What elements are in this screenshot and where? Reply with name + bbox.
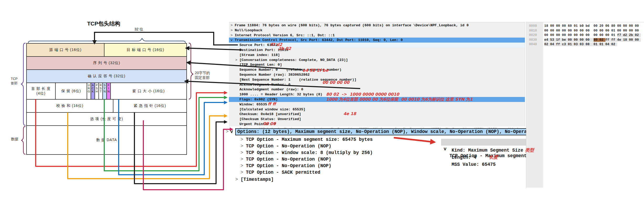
hex-bytes[interactable]: 02 04 ff c3 01 03 03 08 01 01 04 02 xyxy=(544,42,617,47)
hex-byte[interactable]: 02 xyxy=(635,33,641,37)
chevron-right-icon[interactable]: > xyxy=(235,58,237,63)
hex-byte[interactable]: 01 xyxy=(599,43,605,46)
hex-byte[interactable]: 00 xyxy=(568,38,574,42)
options-collapsed-chevron[interactable]: > xyxy=(226,128,229,135)
chevron-right-icon[interactable]: > xyxy=(240,137,243,142)
hex-byte[interactable]: 80 xyxy=(594,38,600,42)
hex-byte[interactable]: b9 xyxy=(580,24,586,28)
hex-byte[interactable]: 00 xyxy=(580,33,586,37)
tcp-option-row[interactable]: >TCP Option - No-Operation (NOP) xyxy=(240,143,331,150)
hex-byte[interactable]: 00 xyxy=(550,24,556,28)
hex-byte[interactable]: 04 xyxy=(605,43,611,46)
hex-byte[interactable]: 00 xyxy=(594,33,600,37)
tree-row[interactable]: [Calculated window size: 65535] xyxy=(229,107,525,112)
hex-dump-pane[interactable]: 000018 00 00 00 60 01 b9 bd 00 20 06 80 … xyxy=(526,22,644,188)
hex-byte[interactable]: 00 xyxy=(562,24,568,28)
hex-byte[interactable]: 18 xyxy=(623,38,629,42)
tree-row[interactable]: >Null/Loopback xyxy=(229,28,525,33)
hex-byte[interactable]: 00 xyxy=(635,29,641,33)
hex-byte[interactable]: 60 xyxy=(568,24,574,28)
hex-bytes[interactable]: e4 53 1f be 00 00 00 00 80 02 ff ff 4e 1… xyxy=(544,38,641,42)
hex-bytes[interactable]: 00 00 00 00 00 00 00 00 00 00 00 01 00 0… xyxy=(544,28,641,33)
hex-byte[interactable]: 18 xyxy=(544,24,550,28)
tree-row[interactable]: Sequence Number: 0 (relative sequence nu… xyxy=(229,67,525,72)
hex-byte[interactable]: 08 xyxy=(586,43,592,46)
hex-byte[interactable]: 01 xyxy=(594,43,600,46)
hex-byte[interactable]: c3 xyxy=(562,43,568,46)
hex-byte[interactable]: 00 xyxy=(562,29,568,33)
hex-byte[interactable]: 00 xyxy=(556,29,562,33)
hex-row[interactable]: 002000 00 00 00 00 00 00 00 00 00 00 01 … xyxy=(526,33,644,38)
hex-byte[interactable]: 02 xyxy=(544,43,550,46)
chevron-right-icon[interactable]: > xyxy=(240,170,243,175)
chevron-right-icon[interactable]: > xyxy=(231,33,233,38)
hex-byte[interactable]: 00 xyxy=(574,33,580,37)
detail-expand-chevron[interactable]: v xyxy=(444,146,447,152)
hex-byte[interactable]: 00 xyxy=(629,29,635,33)
hex-byte[interactable]: 00 xyxy=(635,24,641,28)
tree-row[interactable]: Flags: 0x002 (SYN)1000 为4位首部 0000 00 为6位… xyxy=(229,97,525,102)
tree-row[interactable]: vTransmission Control Protocol, Src Port… xyxy=(229,38,525,43)
hex-byte[interactable]: 00 xyxy=(574,29,580,33)
hex-byte[interactable]: 00 xyxy=(605,33,611,37)
tree-row[interactable]: Window: 65535ff ff xyxy=(229,102,525,107)
hex-byte[interactable]: 00 xyxy=(605,29,611,33)
tree-row[interactable]: Destination Port: 110102b 02 xyxy=(229,48,525,53)
tcp-option-row[interactable]: >TCP Option - No-Operation (NOP) xyxy=(240,163,331,169)
hex-byte[interactable]: 00 xyxy=(599,33,605,37)
hex-byte[interactable]: 00 xyxy=(586,29,592,33)
tcp-option-row[interactable]: >TCP Option - Maximum segment size: 6547… xyxy=(240,136,373,143)
tree-row[interactable]: 1000 .... = Header Length: 32 bytes (8)8… xyxy=(229,92,525,97)
hex-row[interactable]: 0030e4 53 1f be 00 00 00 00 80 02 ff ff … xyxy=(526,38,644,42)
tree-row[interactable]: >Internet Protocol Version 6, Src: ::1, … xyxy=(229,33,525,38)
chevron-right-icon[interactable]: > xyxy=(231,28,233,33)
hex-byte[interactable]: 4e xyxy=(617,38,623,42)
hex-byte[interactable]: 00 xyxy=(580,38,586,42)
hex-byte[interactable]: 00 xyxy=(550,29,556,33)
tree-row[interactable]: Urgent Pointer: 000 00 xyxy=(229,122,525,127)
hex-byte[interactable]: 00 xyxy=(550,33,556,37)
hex-row[interactable]: 000018 00 00 00 60 01 b9 bd 00 20 06 80 … xyxy=(526,24,644,28)
tree-row[interactable]: >Frame 11884: 76 bytes on wire (608 bits… xyxy=(229,23,525,28)
detail-row[interactable]: Kind: Maximum Segment Size (2) xyxy=(452,147,534,154)
hex-byte[interactable]: 00 xyxy=(580,29,586,33)
tree-row[interactable]: [Next Sequence Number: 1 (relative seque… xyxy=(229,77,525,82)
hex-bytes[interactable]: 00 00 00 00 00 00 00 00 00 00 00 01 f7 d… xyxy=(544,33,641,38)
hex-byte[interactable]: 03 xyxy=(574,43,580,46)
hex-byte[interactable]: 00 xyxy=(623,29,629,33)
hex-byte[interactable]: 00 xyxy=(617,24,623,28)
hex-byte[interactable]: f7 xyxy=(617,33,623,37)
detail-row[interactable]: Length: 4 xyxy=(452,154,477,161)
tree-row[interactable]: Source Port: 63442f7 d2 xyxy=(229,43,525,48)
tcp-option-row[interactable]: >TCP Option - Window scale: 8 (multiply … xyxy=(240,150,373,156)
hex-byte[interactable]: 00 xyxy=(544,29,550,33)
tree-row[interactable]: Checksum: 0x4e18 [unverified]4e 18 xyxy=(229,112,525,117)
hex-byte[interactable]: 00 xyxy=(562,33,568,37)
hex-byte[interactable]: 20 xyxy=(599,24,605,28)
hex-row[interactable]: 001000 00 00 00 00 00 00 00 00 00 00 01 … xyxy=(526,28,644,33)
options-expand-chevron[interactable]: v xyxy=(230,128,233,135)
hex-byte[interactable]: be xyxy=(562,38,568,42)
hex-byte[interactable]: 06 xyxy=(605,24,611,28)
hex-byte[interactable]: 2b xyxy=(629,33,635,37)
tree-row[interactable]: [TCP Segment Len: 0] xyxy=(229,62,525,67)
chevron-right-icon[interactable]: > xyxy=(240,163,243,168)
hex-byte[interactable]: 00 xyxy=(586,33,592,37)
hex-byte[interactable]: 04 xyxy=(550,43,556,46)
tcp-option-row[interactable]: >TCP Option - SACK permitted xyxy=(240,169,320,176)
hex-byte[interactable]: 00 xyxy=(568,29,574,33)
chevron-right-icon[interactable]: > xyxy=(240,143,243,149)
tree-row[interactable]: >[Conversation completeness: Complete, N… xyxy=(229,58,525,63)
timestamps-row[interactable]: >[Timestamps] xyxy=(235,176,274,183)
hex-byte[interactable]: 01 xyxy=(574,24,580,28)
tree-row[interactable]: Sequence Number (raw): 3830652862 xyxy=(229,72,525,77)
hex-byte[interactable]: ff xyxy=(611,38,617,42)
hex-byte[interactable]: 02 xyxy=(611,43,617,46)
hex-byte[interactable]: 1f xyxy=(556,38,562,42)
hex-byte[interactable]: d2 xyxy=(623,33,629,37)
hex-byte[interactable]: 00 xyxy=(556,24,562,28)
hex-byte[interactable]: 00 xyxy=(594,29,600,33)
hex-byte[interactable]: 00 xyxy=(594,24,600,28)
hex-byte[interactable]: 01 xyxy=(611,29,617,33)
hex-byte[interactable]: 00 xyxy=(629,24,635,28)
